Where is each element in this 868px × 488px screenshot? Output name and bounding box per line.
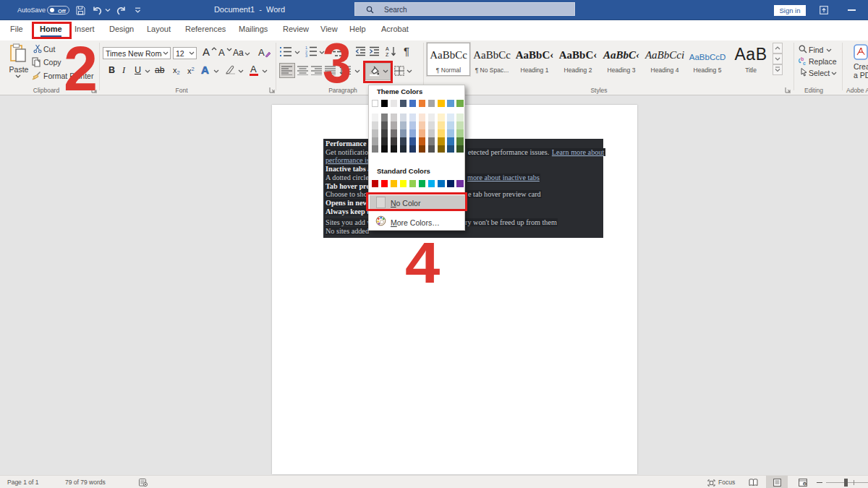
svg-text:Z: Z bbox=[386, 52, 389, 57]
svg-text:3: 3 bbox=[305, 53, 307, 57]
svg-text:c: c bbox=[803, 61, 806, 66]
svg-text:A: A bbox=[386, 46, 389, 51]
